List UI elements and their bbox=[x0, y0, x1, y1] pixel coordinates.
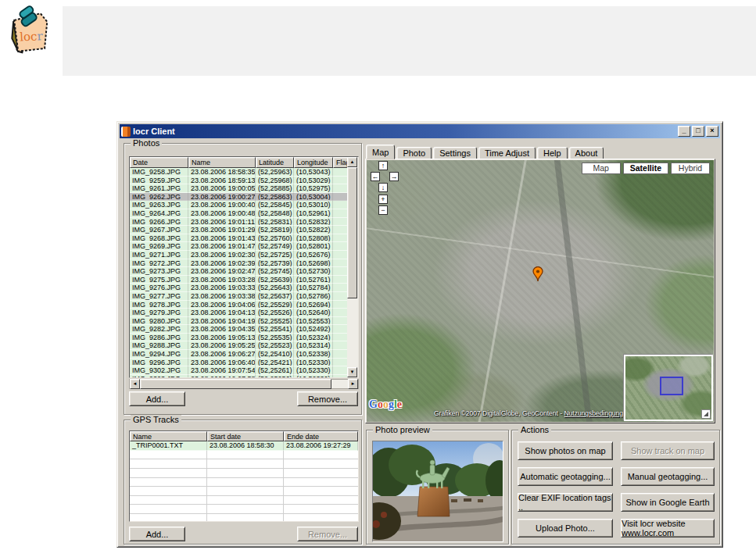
overview-collapse-button[interactable] bbox=[701, 409, 711, 419]
photo-row[interactable]: IMG_9279.JPG 23.08.2006 19:04:13 (52,255… bbox=[130, 309, 358, 317]
action-button[interactable]: Visit locr website www.locr.com bbox=[621, 519, 715, 538]
action-button[interactable]: Clear EXIF location tags .. bbox=[518, 493, 613, 512]
photos-group-label: Photos bbox=[131, 138, 162, 148]
minimize-button[interactable]: _ bbox=[678, 126, 690, 137]
photo-row[interactable]: IMG_9294.JPG 23.08.2006 19:06:27 (52,254… bbox=[130, 350, 358, 359]
cell-datetime: 23.08.2006 19:07:54 bbox=[188, 366, 256, 375]
overview-viewport-rect[interactable] bbox=[660, 377, 683, 395]
tab[interactable]: Photo bbox=[396, 147, 432, 159]
column-header-latitude[interactable]: Latitude bbox=[256, 157, 294, 168]
gps-add-button[interactable]: Add... bbox=[129, 527, 185, 541]
column-header-longitude[interactable]: Longitude bbox=[294, 157, 333, 168]
pan-up-button[interactable]: ↑ bbox=[378, 161, 388, 170]
cell-latitude: (52,25410) bbox=[256, 350, 294, 359]
tab[interactable]: About bbox=[569, 147, 604, 159]
cell-datetime: 23.08.2006 19:00:05 bbox=[188, 184, 256, 193]
cell-latitude: (52,25749) bbox=[256, 242, 294, 251]
photo-row[interactable]: IMG_9267.JPG 23.08.2006 19:01:29 (52,258… bbox=[130, 226, 358, 234]
zoom-in-button[interactable]: + bbox=[378, 195, 388, 204]
photo-row[interactable]: IMG_9261.JPG 23.08.2006 19:00:05 (52,258… bbox=[130, 184, 358, 193]
scroll-left-button[interactable]: ◄ bbox=[130, 379, 140, 389]
cell-longitude: (10,52640) bbox=[294, 309, 333, 317]
map-type-button[interactable]: Map bbox=[582, 162, 621, 174]
column-header-end-date[interactable]: Ende date bbox=[284, 431, 358, 441]
pan-down-button[interactable]: ↓ bbox=[378, 183, 388, 192]
cell-filename: IMG_9276.JPG bbox=[130, 284, 188, 292]
photo-row[interactable]: IMG_9286.JPG 23.08.2006 19:05:13 (52,255… bbox=[130, 334, 358, 342]
photo-row[interactable]: IMG_9288.JPG 23.08.2006 19:05:25 (52,255… bbox=[130, 341, 358, 350]
titlebar: locr Client _ □ × bbox=[120, 124, 720, 138]
tab[interactable]: Time Adjust bbox=[478, 147, 536, 159]
cell-longitude: (10,53043) bbox=[294, 168, 333, 177]
vertical-scroll-thumb[interactable] bbox=[347, 167, 357, 298]
photo-row[interactable]: IMG_9282.JPG 23.08.2006 19:04:35 (52,255… bbox=[130, 325, 358, 334]
cell-filename: IMG_9278.JPG bbox=[130, 301, 188, 309]
pan-left-button[interactable]: ← bbox=[371, 172, 380, 181]
column-header-date[interactable]: Date bbox=[130, 157, 188, 168]
map-type-button[interactable]: Hybrid bbox=[671, 162, 710, 174]
photo-row[interactable]: IMG_9303.JPG 23.08.2006 19:07:58 (52,252… bbox=[130, 375, 358, 378]
google-logo[interactable]: Google bbox=[369, 398, 402, 411]
tab[interactable]: Help bbox=[537, 147, 568, 159]
cell-datetime: 23.08.2006 19:02:30 bbox=[188, 251, 256, 259]
scroll-down-button[interactable]: ▼ bbox=[347, 367, 357, 377]
photo-row[interactable]: IMG_9278.JPG 23.08.2006 19:04:06 (52,255… bbox=[130, 301, 358, 309]
attribution-terms-link[interactable]: Nutzungsbedingungen bbox=[564, 409, 630, 417]
column-header-start-date[interactable]: Start date bbox=[207, 431, 284, 441]
photos-remove-button[interactable]: Remove... bbox=[297, 391, 358, 406]
action-button[interactable]: Show photos on map bbox=[518, 441, 613, 460]
cell-filename: IMG_9275.JPG bbox=[130, 276, 188, 284]
photos-vertical-scrollbar[interactable]: ▲ ▼ bbox=[347, 157, 358, 377]
action-button[interactable]: Show track on map bbox=[621, 441, 715, 460]
cell-datetime: 23.08.2006 19:04:13 bbox=[188, 309, 256, 317]
photo-row[interactable]: IMG_9271.JPG 23.08.2006 19:02:30 (52,257… bbox=[130, 251, 358, 259]
photo-row[interactable]: IMG_9273.JPG 23.08.2006 19:02:47 (52,257… bbox=[130, 267, 358, 276]
photo-row[interactable]: IMG_9266.JPG 23.08.2006 19:01:11 (52,258… bbox=[130, 218, 358, 227]
maximize-button[interactable]: □ bbox=[692, 126, 704, 137]
cell-latitude: (52,25760) bbox=[256, 234, 294, 243]
pan-right-button[interactable]: → bbox=[389, 172, 399, 181]
photos-horizontal-scrollbar[interactable]: ◄ ► bbox=[129, 379, 359, 389]
action-button[interactable]: Show in Google Earth bbox=[621, 493, 715, 512]
photo-row[interactable]: IMG_9258.JPG 23.08.2006 18:58:35 (52,259… bbox=[130, 168, 358, 177]
photo-row[interactable]: IMG_9280.JPG 23.08.2006 19:04:19 (52,255… bbox=[130, 317, 358, 326]
horizontal-scroll-thumb[interactable] bbox=[140, 379, 331, 389]
gps-track-row[interactable]: _TRIP0001.TXT 23.08.2006 18:58:30 23.08.… bbox=[130, 441, 358, 451]
tab[interactable]: Settings bbox=[433, 147, 477, 159]
overview-map[interactable] bbox=[624, 355, 713, 421]
photo-row[interactable]: IMG_9296.JPG 23.08.2006 19:06:40 (52,254… bbox=[130, 359, 358, 367]
google-logo-letter: g bbox=[389, 398, 394, 410]
zoom-out-button[interactable]: − bbox=[378, 205, 388, 215]
action-button[interactable]: Automatic geotagging... bbox=[518, 467, 613, 486]
photo-row[interactable]: IMG_9277.JPG 23.08.2006 19:03:38 (52,256… bbox=[130, 292, 358, 301]
photo-row[interactable]: IMG_9263.JPG 23.08.2006 19:00:40 (52,258… bbox=[130, 201, 358, 209]
tab[interactable]: Map bbox=[366, 145, 395, 159]
cell-datetime: 23.08.2006 19:06:40 bbox=[188, 359, 256, 367]
photo-row[interactable]: IMG_9269.JPG 23.08.2006 19:01:47 (52,257… bbox=[130, 242, 358, 251]
photo-row[interactable]: IMG_9276.JPG 23.08.2006 19:03:33 (52,256… bbox=[130, 284, 358, 292]
map-canvas[interactable]: ↑ ← → ↓ + − MapSatelliteHybrid Google Gr… bbox=[367, 160, 714, 422]
action-button[interactable]: Upload Photo... bbox=[518, 519, 613, 538]
minimize-icon: _ bbox=[679, 127, 690, 135]
cell-latitude: (52,25819) bbox=[256, 226, 294, 234]
scroll-up-button[interactable]: ▲ bbox=[347, 157, 357, 167]
photo-row[interactable]: IMG_9259.JPG 23.08.2006 18:59:13 (52,259… bbox=[130, 177, 358, 185]
photo-row[interactable]: IMG_9302.JPG 23.08.2006 19:07:54 (52,252… bbox=[130, 366, 358, 375]
map-marker-icon[interactable] bbox=[532, 266, 543, 282]
gps-remove-button[interactable]: Remove... bbox=[297, 527, 358, 541]
photo-row[interactable]: IMG_9272.JPG 23.08.2006 19:02:39 (52,257… bbox=[130, 259, 358, 268]
close-button[interactable]: × bbox=[706, 126, 718, 137]
column-header-name[interactable]: Name bbox=[188, 157, 256, 168]
column-header-track-name[interactable]: Name bbox=[130, 431, 207, 441]
photo-row[interactable]: IMG_9262.JPG 23.08.2006 19:00:27 (52,258… bbox=[130, 193, 358, 202]
photos-group: Photos Date Name Latitude Longitude Flag… bbox=[124, 143, 362, 415]
scroll-right-button[interactable]: ► bbox=[348, 379, 358, 389]
photo-row[interactable]: IMG_9264.JPG 23.08.2006 19:00:48 (52,258… bbox=[130, 209, 358, 218]
cell-latitude: (52,25529) bbox=[256, 301, 294, 309]
action-button[interactable]: Manual geotagging... bbox=[621, 467, 715, 486]
cell-latitude: (52,25523) bbox=[256, 341, 294, 350]
photo-row[interactable]: IMG_9268.JPG 23.08.2006 19:01:43 (52,257… bbox=[130, 234, 358, 243]
map-type-button[interactable]: Satellite bbox=[623, 162, 668, 174]
photo-row[interactable]: IMG_9275.JPG 23.08.2006 19:03:28 (52,256… bbox=[130, 276, 358, 284]
photos-add-button[interactable]: Add... bbox=[129, 391, 185, 406]
